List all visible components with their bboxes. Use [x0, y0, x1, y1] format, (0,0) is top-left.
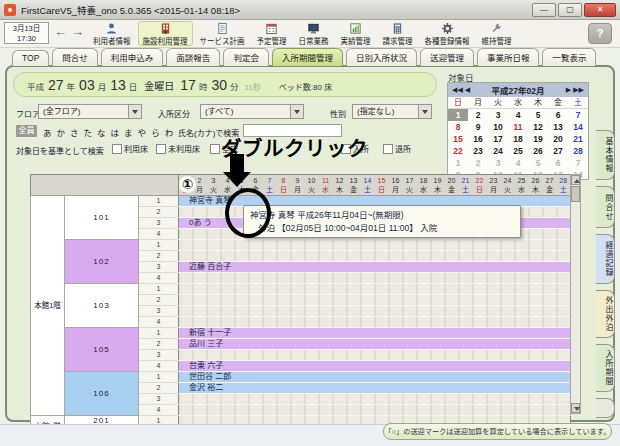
tab-送迎管理[interactable]: 送迎管理 [420, 48, 474, 66]
kana-filter-や[interactable]: や [138, 128, 147, 138]
kana-filter-は[interactable]: は [111, 128, 120, 138]
room-101[interactable]: 101 [65, 196, 139, 240]
tab-日別入所状況[interactable]: 日別入所状況 [346, 48, 417, 66]
calendar-day[interactable]: 2 [468, 109, 488, 121]
floor-select[interactable]: (全フロア) [38, 104, 142, 119]
bed-timeline[interactable] [179, 240, 571, 251]
calendar-day[interactable]: 7 [568, 157, 588, 169]
calendar-day[interactable]: 8 [448, 121, 468, 133]
toolbar-results-button[interactable]: 実績管理 [336, 21, 376, 46]
calendar-day[interactable]: 14 [568, 121, 588, 133]
checkbox-退所[interactable]: 退所 [383, 143, 411, 154]
bed-timeline[interactable] [179, 306, 571, 317]
toolbar-billing-button[interactable]: 請求管理 [378, 21, 418, 46]
prev-year-icon[interactable]: ◀◀ [452, 86, 463, 94]
occupancy-bar[interactable]: 金沢 裕二 [179, 383, 570, 393]
chevron-down-icon[interactable] [290, 105, 303, 118]
bed-timeline[interactable] [179, 317, 571, 328]
grid-scrollbar[interactable] [570, 174, 581, 414]
bed-timeline[interactable] [179, 394, 571, 405]
kana-filter-さ[interactable]: さ [70, 128, 79, 138]
next-year-icon[interactable]: ▶▶ [573, 86, 584, 94]
close-button[interactable]: ✕ [584, 3, 616, 17]
bed-timeline[interactable]: 台東 六子 [179, 361, 571, 372]
room-105[interactable]: 105 [65, 328, 139, 372]
calendar-day[interactable]: 3 [488, 157, 508, 169]
occupancy-bar[interactable]: 新宿 十一子 [179, 328, 570, 338]
tab-問合せ[interactable]: 問合せ [52, 48, 98, 66]
next-month-icon[interactable]: ▶ [566, 86, 571, 94]
tab-事業所日報[interactable]: 事業所日報 [477, 48, 540, 66]
chevron-down-icon[interactable] [418, 105, 431, 118]
occupancy-bar[interactable]: 世田谷 二郎 [179, 372, 570, 382]
calendar-day[interactable]: 1 [448, 157, 468, 169]
tab-一覧表示[interactable]: 一覧表示 [542, 48, 596, 66]
calendar-day[interactable]: 5 [528, 157, 548, 169]
room-102[interactable]: 102 [65, 240, 139, 284]
room-106[interactable]: 106 [65, 372, 139, 416]
title-bar[interactable]: FirstCareV5_特養_ono 5.0.365 <2015-01-14 0… [0, 0, 620, 20]
room-103[interactable]: 103 [65, 284, 139, 328]
toolbar-daily-work-button[interactable]: 日常業務 [294, 21, 334, 46]
gender-select[interactable]: (指定なし) [352, 104, 432, 119]
toolbar-schedule-button[interactable]: 予定管理 [252, 21, 292, 46]
calendar-day[interactable]: 10 [488, 121, 508, 133]
toolbar-facility-usage-button[interactable]: 施設利用管理 [138, 21, 193, 46]
calendar-day[interactable]: 4 [508, 109, 528, 121]
scroll-down-icon[interactable] [571, 403, 580, 413]
maximize-button[interactable]: ▢ [558, 3, 582, 17]
side-tab-基本情報[interactable]: 基本情報 [596, 130, 615, 180]
bed-timeline[interactable] [179, 350, 571, 361]
side-tab-経過記録[interactable]: 経過記録 [596, 234, 615, 284]
calendar-day[interactable]: 1 [448, 109, 468, 121]
kana-filter-あ[interactable]: あ [43, 128, 52, 138]
side-tab-外出外泊[interactable]: 外出外泊 [596, 290, 615, 338]
side-tab-問合せ[interactable]: 問合せ [596, 186, 615, 228]
calendar-day[interactable]: 3 [488, 109, 508, 121]
forward-arrow-icon[interactable]: → [71, 24, 84, 39]
bed-timeline[interactable] [179, 295, 571, 306]
tab-TOP[interactable]: TOP [12, 50, 49, 66]
calendar-day[interactable]: 5 [528, 109, 548, 121]
checkbox-box[interactable] [112, 144, 122, 154]
chevron-down-icon[interactable] [128, 105, 141, 118]
checkbox-未利用床[interactable]: 未利用床 [156, 143, 200, 154]
bed-timeline[interactable]: 品川 三子 [179, 339, 571, 350]
calendar-day[interactable]: 9 [468, 121, 488, 133]
minimize-button[interactable]: — [532, 3, 556, 17]
tab-入所期間管理[interactable]: 入所期間管理 [272, 48, 343, 66]
bed-timeline[interactable] [179, 284, 571, 295]
calendar-day[interactable]: 6 [548, 157, 568, 169]
calendar-day[interactable]: 12 [528, 121, 548, 133]
bed-timeline[interactable]: 金沢 裕二 [179, 383, 571, 394]
toolbar-service-plan-button[interactable]: サービス計画 [195, 21, 250, 46]
kana-all-button[interactable]: 全員 [16, 125, 37, 137]
checkbox-box[interactable] [383, 144, 393, 154]
kana-filter-わ[interactable]: わ [165, 128, 174, 138]
occupancy-bar[interactable]: 台東 六子 [179, 361, 570, 371]
side-tab-入所期間[interactable]: 入所期間 [596, 344, 615, 392]
help-button[interactable]: ? [588, 23, 612, 44]
bed-timeline[interactable] [179, 273, 571, 284]
occupancy-bar[interactable]: 近藤 百合子 [179, 262, 570, 272]
calendar-day[interactable]: 2 [468, 157, 488, 169]
toolbar-registration-button[interactable]: 各種登録情報 [420, 21, 475, 46]
side-tab-blank[interactable] [596, 398, 615, 418]
bed-timeline[interactable] [179, 251, 571, 262]
kana-filter-な[interactable]: な [97, 128, 106, 138]
bed-timeline[interactable] [179, 405, 571, 416]
scroll-up-icon[interactable] [571, 175, 580, 185]
calendar-day[interactable]: 6 [548, 109, 568, 121]
kana-filter-ま[interactable]: ま [124, 128, 133, 138]
calendar-day[interactable]: 4 [508, 157, 528, 169]
tab-判定会[interactable]: 判定会 [223, 48, 269, 66]
kana-filter-か[interactable]: か [57, 128, 66, 138]
toolbar-user-info-button[interactable]: 利用者情報 [88, 21, 136, 46]
scrollbar-thumb[interactable] [571, 186, 580, 202]
bed-timeline[interactable]: 新宿 十一子 [179, 328, 571, 339]
prev-month-icon[interactable]: ◀ [465, 86, 470, 94]
kana-filter-ら[interactable]: ら [151, 128, 160, 138]
calendar-day[interactable]: 11 [508, 121, 528, 133]
category-select[interactable]: (すべて) [200, 104, 304, 119]
kana-filter-た[interactable]: た [84, 128, 93, 138]
